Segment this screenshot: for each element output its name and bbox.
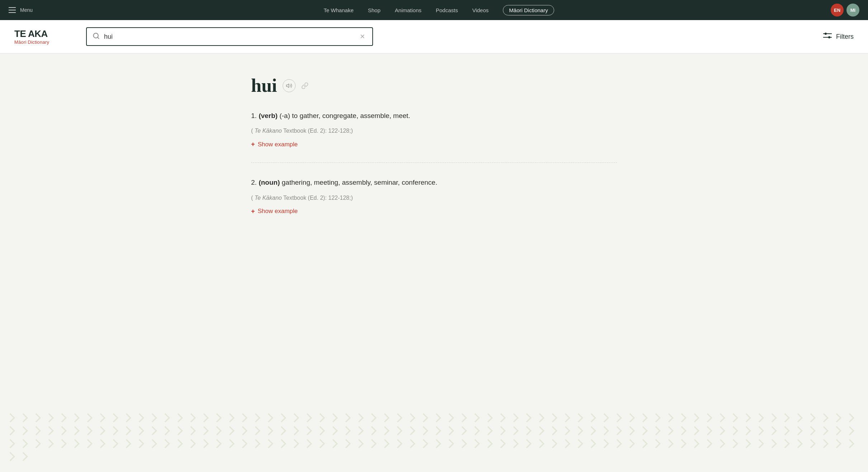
pattern-chevron xyxy=(161,413,170,422)
pattern-chevron xyxy=(96,439,105,448)
pattern-chevron xyxy=(70,439,79,448)
audio-button[interactable] xyxy=(283,79,296,92)
pattern-chevron xyxy=(832,426,841,435)
pattern-chevron xyxy=(122,439,131,448)
pattern-chevron xyxy=(742,426,751,435)
pattern-chevron xyxy=(83,413,92,422)
pattern-chevron xyxy=(535,426,544,435)
nav-link-maori-dictionary[interactable]: Māori Dictionary xyxy=(503,5,554,15)
pattern-chevron xyxy=(664,439,673,448)
pattern-chevron xyxy=(806,413,815,422)
pattern-chevron xyxy=(19,413,28,422)
pattern-chevron xyxy=(199,439,208,448)
pattern-chevron xyxy=(471,426,480,435)
pattern-chevron xyxy=(819,439,828,448)
pattern-chevron xyxy=(6,452,15,461)
pattern-chevron xyxy=(806,439,815,448)
pattern-chevron xyxy=(664,413,673,422)
pattern-chevron xyxy=(600,413,609,422)
pattern-chevron xyxy=(587,439,596,448)
pattern-chevron xyxy=(148,426,157,435)
pattern-chevron xyxy=(44,439,53,448)
def-number-2: 2. xyxy=(251,179,257,186)
pattern-chevron xyxy=(406,426,415,435)
pattern-chevron xyxy=(690,439,699,448)
pattern-chevron xyxy=(419,426,428,435)
pattern-chevron xyxy=(161,439,170,448)
user-badge[interactable]: MI xyxy=(846,4,859,16)
pattern-chevron xyxy=(677,413,686,422)
pattern-chevron xyxy=(832,439,841,448)
pattern-chevron xyxy=(264,439,273,448)
pattern-chevron xyxy=(716,413,725,422)
header: Te AKA Māori Dictionary ✕ Filters xyxy=(0,20,868,53)
nav-link-animations[interactable]: Animations xyxy=(395,7,421,13)
pattern-chevron xyxy=(535,413,544,422)
search-clear-button[interactable]: ✕ xyxy=(358,31,367,42)
search-icon xyxy=(93,32,100,41)
pattern-chevron xyxy=(496,426,505,435)
pattern-chevron xyxy=(70,413,79,422)
background-pattern xyxy=(0,407,868,472)
nav-link-podcasts[interactable]: Podcasts xyxy=(436,7,458,13)
nav-link-shop[interactable]: Shop xyxy=(368,7,381,13)
nav-link-videos[interactable]: Videos xyxy=(472,7,489,13)
pattern-chevron xyxy=(187,413,195,422)
top-nav: Menu Te Whanake Shop Animations Podcasts… xyxy=(0,0,868,20)
pattern-chevron xyxy=(251,439,260,448)
language-badge[interactable]: EN xyxy=(831,4,844,16)
def-text-2: gathering, meeting, assembly, seminar, c… xyxy=(282,179,438,186)
pattern-chevron xyxy=(509,413,518,422)
menu-button[interactable] xyxy=(9,7,16,13)
filters-button[interactable]: Filters xyxy=(823,32,854,42)
search-bar: ✕ xyxy=(86,27,373,46)
pattern-chevron xyxy=(561,439,570,448)
pattern-chevron xyxy=(651,413,660,422)
pattern-chevron xyxy=(393,413,402,422)
source-line-2: ( Te Kākano Textbook (Ed. 2): 122-128;) xyxy=(251,195,617,201)
show-example-button-2[interactable]: + Show example xyxy=(251,208,298,215)
pattern-chevron xyxy=(329,439,338,448)
word-title: hui xyxy=(251,75,277,96)
pattern-chevron xyxy=(496,439,505,448)
pattern-chevron xyxy=(613,426,622,435)
pattern-chevron xyxy=(44,413,53,422)
pattern-chevron xyxy=(199,426,208,435)
pattern-chevron xyxy=(277,426,286,435)
word-title-row: hui xyxy=(251,75,617,96)
logo-title: Te AKA xyxy=(14,28,72,39)
pattern-chevron xyxy=(212,426,221,435)
pattern-chevron xyxy=(574,426,583,435)
pattern-chevron xyxy=(238,426,247,435)
pattern-chevron xyxy=(329,413,338,422)
pattern-chevron xyxy=(445,413,454,422)
pattern-chevron xyxy=(354,439,363,448)
source-title-1: Te Kākano xyxy=(255,128,282,134)
source-title-2: Te Kākano xyxy=(255,195,282,201)
svg-line-1 xyxy=(98,37,99,38)
link-button[interactable] xyxy=(301,82,308,89)
pattern-chevron xyxy=(535,439,544,448)
pattern-chevron xyxy=(677,426,686,435)
pattern-chevron xyxy=(651,426,660,435)
pattern-chevron xyxy=(548,426,557,435)
pattern-chevron xyxy=(303,413,312,422)
pattern-chevron xyxy=(509,439,518,448)
definition-divider xyxy=(251,162,617,163)
main-content: hui 1. (verb) (-a) to gather, congregate… xyxy=(237,53,631,251)
show-example-label-1: Show example xyxy=(258,141,298,148)
pattern-chevron xyxy=(780,439,789,448)
pattern-chevron xyxy=(716,426,725,435)
show-example-button-1[interactable]: + Show example xyxy=(251,141,298,148)
pattern-chevron xyxy=(458,426,467,435)
pattern-chevron xyxy=(212,413,221,422)
pattern-chevron xyxy=(651,439,660,448)
search-input[interactable] xyxy=(104,33,358,41)
pattern-chevron xyxy=(458,413,467,422)
pattern-chevron xyxy=(780,426,789,435)
pattern-chevron xyxy=(496,413,505,422)
source-rest-2: Textbook (Ed. 2): 122-128;) xyxy=(283,195,353,201)
nav-link-te-whanake[interactable]: Te Whanake xyxy=(324,7,353,13)
pattern-chevron xyxy=(148,413,157,422)
pattern-chevron xyxy=(316,426,325,435)
